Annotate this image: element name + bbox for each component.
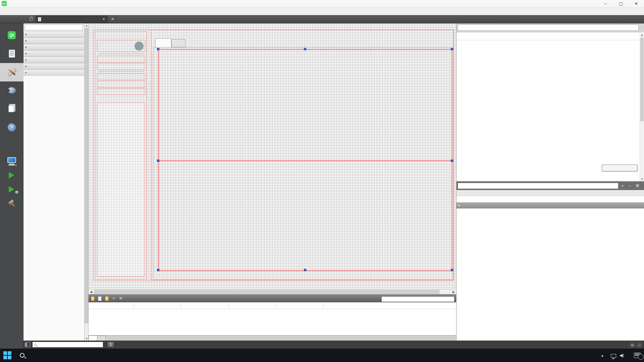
widget-box-section-item-widgets[interactable]: ▾ — [23, 57, 84, 63]
tab-fim[interactable] — [171, 39, 185, 47]
mode-edit[interactable] — [0, 45, 23, 63]
tab-amm[interactable] — [155, 38, 171, 47]
simulator-time-row[interactable] — [97, 73, 145, 80]
column-header[interactable] — [229, 302, 276, 309]
debug-run-button[interactable] — [9, 186, 14, 193]
configure-properties-icon[interactable]: ⚒ — [634, 183, 641, 189]
target-computer-icon — [7, 157, 16, 163]
close-button[interactable]: ✕ — [629, 0, 644, 7]
resize-handle[interactable] — [451, 48, 453, 50]
lock-icon[interactable] — [30, 18, 33, 20]
locator-search[interactable] — [32, 342, 103, 348]
new-action-icon[interactable] — [90, 296, 96, 301]
open-document-selector[interactable]: ▼ — [36, 16, 108, 22]
widget-box-section-item-views[interactable]: ▾ — [23, 50, 84, 57]
last-login-row[interactable] — [97, 81, 145, 87]
property-filter-input[interactable] — [458, 183, 619, 189]
minimize-button[interactable]: – — [598, 0, 613, 7]
widget-box-section-buttons[interactable]: ▾ — [23, 44, 84, 50]
scroll-down-icon[interactable]: ▼ — [85, 337, 89, 341]
property-group-layout[interactable]: ▾ — [457, 202, 644, 208]
action-filter-input[interactable] — [381, 296, 454, 302]
add-property-icon[interactable]: + — [619, 183, 626, 189]
resize-handle[interactable] — [157, 48, 159, 50]
pane-updown-icon[interactable]: ▲▼ — [107, 342, 114, 348]
maximize-button[interactable]: ▢ — [613, 0, 629, 7]
mode-projects[interactable] — [0, 100, 23, 118]
resize-handle[interactable] — [451, 160, 453, 162]
scroll-right-icon[interactable]: ▶ — [451, 290, 456, 294]
last-exit-row[interactable] — [97, 88, 145, 95]
assigned-fim-row[interactable] — [97, 63, 145, 70]
mode-debug[interactable] — [0, 81, 23, 100]
duplicate-action-icon[interactable] — [97, 296, 103, 301]
design-icon — [7, 68, 16, 76]
tasks-groupbox[interactable] — [151, 30, 453, 280]
delete-action-icon[interactable]: ✕ — [111, 296, 117, 301]
widget-box-section-input-widgets[interactable]: ▾ — [23, 69, 84, 76]
run-button[interactable] — [9, 172, 14, 179]
expand-output-icon[interactable]: ▤ — [629, 342, 635, 347]
notification-badge — [638, 354, 644, 360]
scroll-down-icon[interactable]: ▼ — [640, 177, 644, 181]
resize-handle[interactable] — [157, 160, 159, 162]
widget-box-filter-input[interactable] — [24, 24, 83, 31]
tab-action-editor[interactable] — [89, 336, 97, 341]
volume-icon[interactable]: ◀) — [620, 353, 624, 358]
scroll-up-icon[interactable]: ▲ — [85, 23, 89, 27]
widget-box-scrollbar[interactable]: ▲ ▼ — [85, 23, 89, 341]
scrollbar-thumb[interactable] — [640, 38, 644, 121]
resize-handle[interactable] — [304, 48, 306, 50]
scroll-left-icon[interactable]: ◀ — [89, 290, 94, 294]
kit-selector[interactable] — [0, 156, 23, 166]
property-columns-header — [457, 196, 644, 202]
widget-box-section-layouts[interactable]: ▾ — [23, 31, 84, 38]
assigned-amm-row[interactable] — [97, 56, 145, 62]
mode-help[interactable]: ? — [0, 118, 23, 137]
divider — [98, 71, 145, 72]
object-tree-scrollbar[interactable]: ▲ ▼ — [640, 33, 644, 181]
column-header[interactable] — [134, 302, 181, 309]
column-header[interactable] — [181, 302, 229, 309]
scrollbar-thumb[interactable] — [85, 28, 88, 323]
canvas-horizontal-scrollbar[interactable]: ◀ ▶ — [89, 289, 456, 294]
widget-box-section-spacers[interactable]: ▾ — [23, 38, 84, 44]
toggle-sidebar-icon[interactable] — [25, 342, 30, 347]
mode-design[interactable] — [0, 63, 23, 81]
system-tray: ▲ ◀) — [601, 353, 644, 358]
chevron-down-icon: ▾ — [25, 65, 27, 68]
form-editor-canvas[interactable] — [89, 23, 456, 289]
build-button[interactable] — [7, 200, 16, 209]
configure-icon[interactable]: ⚒ — [118, 296, 124, 301]
scrollbar-thumb[interactable] — [94, 290, 439, 294]
chat-area[interactable] — [97, 103, 145, 277]
notifications-icon[interactable] — [634, 353, 641, 358]
bottom-editor-tabs — [89, 335, 456, 341]
close-document-button[interactable]: ✕ — [111, 17, 114, 21]
scroll-up-icon[interactable]: ▲ — [640, 33, 644, 37]
column-header[interactable] — [89, 302, 134, 309]
resize-handle[interactable] — [451, 269, 453, 271]
right-side-panel: ▲ ▼ + − ⚒ ▾ — [456, 23, 644, 341]
trainee-groupbox[interactable] — [95, 31, 147, 280]
object-inspector-filter-input[interactable] — [458, 24, 639, 31]
column-header[interactable] — [323, 302, 456, 309]
remove-property-icon[interactable]: − — [627, 183, 633, 189]
name-row[interactable] — [97, 40, 145, 52]
tab-signals-slots-editor[interactable] — [97, 336, 106, 341]
taskbar-search[interactable] — [15, 349, 30, 362]
start-button[interactable] — [0, 349, 15, 362]
class-tooltip — [602, 165, 637, 171]
collapse-output-icon[interactable]: ◱ — [637, 342, 643, 347]
mode-welcome[interactable]: Qt — [0, 26, 23, 45]
action-editor-toolbar: ✕ ⚒ — [89, 295, 456, 302]
debug-icon — [8, 87, 16, 94]
copy-action-icon[interactable] — [104, 296, 110, 301]
resize-handle[interactable] — [304, 269, 306, 271]
resize-handle[interactable] — [157, 269, 159, 271]
network-icon[interactable] — [611, 354, 616, 358]
column-header[interactable] — [276, 302, 323, 309]
widget-box-section-containers[interactable]: ▾ — [23, 63, 84, 69]
tray-expand-icon[interactable]: ▲ — [601, 354, 604, 357]
search-icon — [34, 344, 36, 346]
